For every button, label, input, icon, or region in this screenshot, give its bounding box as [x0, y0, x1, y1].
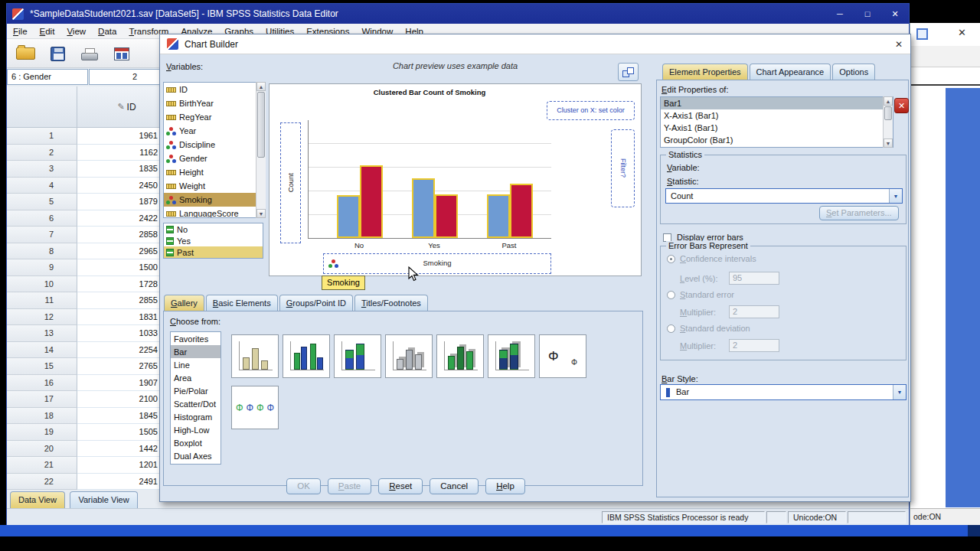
preview-bar-yes-red[interactable] [435, 194, 458, 238]
gallery-icon-simple-error-bar[interactable]: ΦΦ [539, 334, 586, 378]
property-item-y-axis1-bar1[interactable]: Y-Axis1 (Bar1) [661, 122, 893, 134]
dropdown-arrow-icon[interactable]: ▼ [889, 189, 902, 203]
multiplier2-input[interactable]: 2 [729, 339, 779, 352]
row-number[interactable]: 18 [7, 408, 77, 425]
tab-gallery[interactable]: Gallery [164, 295, 204, 311]
preview-bar-no-blue[interactable] [337, 195, 360, 238]
row-number[interactable]: 22 [7, 474, 77, 491]
variable-item-languagescore[interactable]: LanguageScore [164, 207, 265, 218]
gallery-icon-clustered-error-bar[interactable]: ΦΦΦΦ [231, 386, 279, 429]
maximize-icon[interactable]: □ [854, 4, 881, 24]
row-number[interactable]: 6 [7, 210, 77, 227]
standard-error-radio[interactable] [667, 291, 675, 299]
variable-item-discipline[interactable]: Discipline [164, 138, 265, 152]
row-number[interactable]: 16 [7, 375, 77, 392]
property-item-x-axis1-bar1[interactable]: X-Axis1 (Bar1) [661, 109, 893, 122]
row-number[interactable]: 2 [7, 145, 77, 161]
row-number[interactable]: 13 [7, 325, 77, 342]
gallery-icon-clustered-bar[interactable] [283, 334, 330, 378]
standard-deviation-radio[interactable] [667, 324, 675, 333]
dialog-close-icon[interactable]: ✕ [887, 39, 910, 50]
tab-groups-point-id[interactable]: Groups/Point ID [279, 295, 353, 311]
minimize-icon[interactable]: ─ [826, 4, 854, 24]
gallery-type-high-low[interactable]: High-Low [171, 423, 220, 436]
gallery-icon-stacked-bar[interactable] [334, 334, 381, 378]
open-data-icon[interactable] [11, 41, 39, 66]
gallery-type-favorites[interactable]: Favorites [171, 332, 220, 345]
cell-reference[interactable]: 6 : Gender [7, 69, 88, 85]
property-item-bar1[interactable]: Bar1 [661, 97, 893, 109]
gallery-type-dual-axes[interactable]: Dual Axes [171, 449, 220, 462]
row-number[interactable]: 1 [7, 128, 77, 145]
gallery-type-line[interactable]: Line [171, 358, 220, 371]
row-number[interactable]: 9 [7, 259, 77, 276]
cancel-button[interactable]: Cancel [430, 478, 479, 494]
tab-titles-footnotes[interactable]: Titles/Footnotes [354, 295, 428, 311]
scroll-up-icon[interactable]: ▲ [884, 96, 893, 106]
preview-bar-no-red[interactable] [360, 165, 383, 238]
tab-chart-appearance[interactable]: Chart Appearance [750, 64, 831, 80]
statistic-dropdown[interactable]: Count ▼ [665, 188, 903, 204]
y-axis-drop-zone[interactable]: Count [280, 122, 301, 243]
variable-item-regyear[interactable]: RegYear [164, 110, 265, 124]
gallery-type-area[interactable]: Area [171, 371, 220, 384]
bar-style-dropdown[interactable]: Bar ▼ [660, 384, 906, 400]
gallery-icon-clustered-3d-bar[interactable] [436, 334, 484, 378]
menu-item-file[interactable]: File [7, 25, 34, 37]
ok-button[interactable]: OK [286, 478, 321, 494]
gallery-type-histogram[interactable]: Histogram [171, 410, 220, 423]
row-number[interactable]: 8 [7, 243, 77, 260]
x-axis-drop-zone[interactable]: Smoking [323, 253, 551, 274]
category-item-no[interactable]: No [164, 223, 263, 235]
row-number[interactable]: 14 [7, 342, 77, 359]
scroll-up-icon[interactable]: ▲ [256, 82, 266, 91]
gallery-icon-stacked-3d-bar[interactable] [488, 334, 535, 378]
tab-element-properties[interactable]: Element Properties [662, 64, 748, 80]
variable-item-birthyear[interactable]: BirthYear [164, 96, 265, 110]
ep-scrollbar[interactable]: ▲ ▼ [883, 96, 893, 148]
row-number[interactable]: 12 [7, 309, 77, 326]
row-number[interactable]: 7 [7, 227, 77, 243]
scroll-down-icon[interactable]: ▼ [256, 209, 266, 218]
variables-scrollbar[interactable]: ▲ ▼ [256, 82, 266, 218]
paste-button[interactable]: Paste [328, 478, 371, 494]
menu-item-data[interactable]: Data [92, 25, 122, 37]
row-number[interactable]: 17 [7, 391, 77, 408]
menu-item-edit[interactable]: Edit [34, 25, 61, 37]
display-error-bars-checkbox[interactable] [663, 233, 671, 242]
row-number[interactable]: 19 [7, 424, 77, 441]
scroll-down-icon[interactable]: ▼ [884, 139, 893, 148]
category-item-past[interactable]: Past [164, 246, 263, 258]
property-item-groupcolor-bar1[interactable]: GroupColor (Bar1) [661, 134, 893, 146]
scroll-thumb[interactable] [257, 92, 265, 158]
gallery-icon-simple-3d-bar[interactable] [385, 334, 433, 378]
menu-item-view[interactable]: View [60, 25, 92, 37]
gallery-type-boxplot[interactable]: Boxplot [171, 436, 220, 449]
variable-item-weight[interactable]: Weight [164, 179, 265, 193]
multiplier-input[interactable]: 2 [729, 305, 779, 318]
category-item-yes[interactable]: Yes [164, 235, 263, 246]
row-number[interactable]: 4 [7, 178, 77, 194]
set-parameters-button[interactable]: Set Parameters... [819, 206, 899, 220]
reset-button[interactable]: Reset [378, 478, 423, 494]
variable-item-year[interactable]: Year [164, 124, 265, 138]
gallery-icon-simple-bar[interactable] [231, 334, 279, 378]
row-number[interactable]: 20 [7, 441, 77, 458]
gallery-type-bar[interactable]: Bar [171, 345, 220, 358]
scroll-thumb[interactable] [884, 106, 892, 120]
row-number[interactable]: 21 [7, 457, 77, 474]
gallery-type-pie-polar[interactable]: Pie/Polar [171, 384, 220, 397]
row-number[interactable]: 10 [7, 276, 77, 293]
remove-element-button[interactable]: ✕ [894, 98, 909, 113]
preview-bar-past-red[interactable] [510, 184, 533, 238]
background-close-icon[interactable]: ✕ [958, 27, 966, 38]
tab-options[interactable]: Options [832, 64, 875, 80]
variable-item-smoking[interactable]: Smoking [164, 193, 265, 207]
cluster-drop-zone[interactable]: Cluster on X: set color [547, 101, 635, 120]
tab-data-view[interactable]: Data View [10, 491, 65, 508]
save-icon[interactable] [44, 41, 71, 66]
gallery-type-scatter-dot[interactable]: Scatter/Dot [171, 397, 220, 410]
dropdown-arrow-icon[interactable]: ▼ [893, 385, 906, 399]
filter-drop-zone[interactable]: Filter? [611, 129, 635, 207]
help-button[interactable]: Help [485, 478, 525, 494]
